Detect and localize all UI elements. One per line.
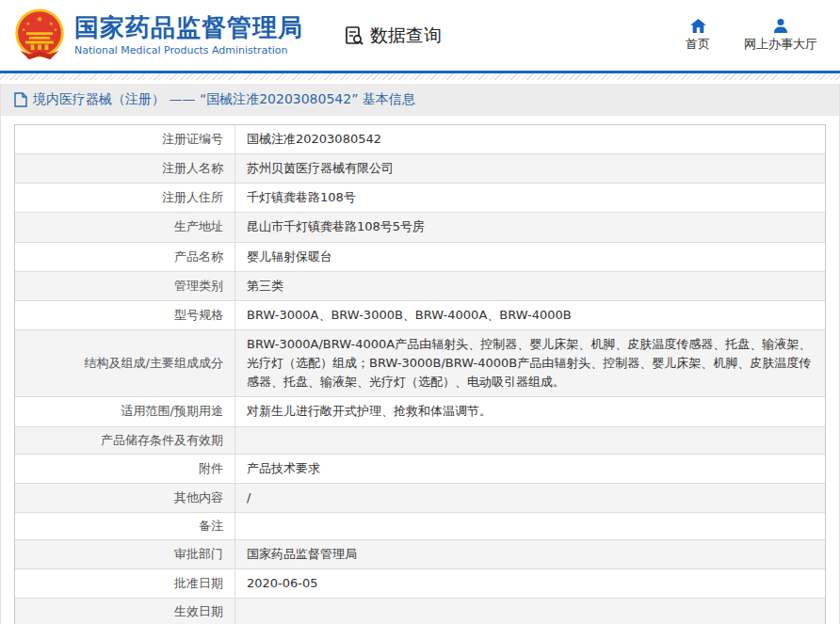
- svg-text:★: ★: [54, 27, 57, 32]
- table-row: 备注: [15, 513, 825, 540]
- row-label: 适用范围/预期用途: [15, 397, 235, 425]
- header-divider-hatch: [0, 73, 840, 80]
- table-row: 注册证编号国械注准20203080542: [15, 125, 825, 154]
- row-label: 生效日期: [15, 599, 235, 624]
- row-value: [235, 599, 825, 624]
- svg-text:★: ★: [22, 27, 25, 32]
- page: ★ ★ ★ ★ ★ 国家药品监督管理局 National Medical Pro…: [0, 0, 840, 624]
- row-label: 审批部门: [15, 540, 235, 568]
- table-row: 适用范围/预期用途对新生儿进行敞开式护理、抢救和体温调节。: [15, 397, 825, 426]
- row-value: BRW-3000A、BRW-3000B、BRW-4000A、BRW-4000B: [235, 301, 825, 329]
- breadcrumb: 境内医疗器械（注册） —— “国械注准20203080542” 基本信息: [1, 84, 839, 116]
- table-row: 生效日期: [15, 599, 825, 624]
- row-label: 批准日期: [15, 569, 235, 598]
- org-names: 国家药品监督管理局 National Medical Products Admi…: [74, 14, 303, 56]
- row-value: 产品技术要求: [235, 455, 825, 483]
- row-value: 苏州贝茵医疗器械有限公司: [235, 154, 825, 183]
- row-value: 国械注准20203080542: [235, 125, 825, 153]
- org-name-cn: 国家药品监督管理局: [74, 14, 303, 42]
- table-row: 生产地址昆山市千灯镇龚巷路108号5号房: [15, 213, 825, 242]
- row-value: 第三类: [235, 272, 825, 300]
- row-value: [235, 427, 825, 454]
- row-value: 2020-06-05: [235, 569, 825, 598]
- svg-text:★: ★: [49, 20, 54, 25]
- svg-text:★: ★: [36, 14, 43, 24]
- table-row: 附件产品技术要求: [15, 455, 825, 484]
- row-label: 产品名称: [15, 243, 235, 271]
- table-row: 型号规格BRW-3000A、BRW-3000B、BRW-4000A、BRW-40…: [15, 301, 825, 330]
- table-row: 产品储存条件及有效期: [15, 427, 825, 455]
- table-row: 注册人住所千灯镇龚巷路108号: [15, 184, 825, 213]
- row-label: 管理类别: [15, 272, 235, 300]
- nmpa-logo[interactable]: ★ ★ ★ ★ ★ 国家药品监督管理局 National Medical Pro…: [13, 8, 303, 63]
- table-row: 注册人名称苏州贝茵医疗器械有限公司: [15, 154, 825, 184]
- user-icon: [773, 19, 788, 33]
- table-row: 批准日期2020-06-05: [15, 569, 825, 599]
- table-row: 结构及组成/主要组成成分BRW-3000A/BRW-4000A产品由辐射头、控制…: [15, 330, 825, 397]
- header-nav: 首页 网上办事大厅: [686, 19, 827, 53]
- info-table: 注册证编号国械注准20203080542注册人名称苏州贝茵医疗器械有限公司注册人…: [14, 124, 826, 624]
- row-label: 注册人住所: [15, 184, 235, 212]
- data-query-tab[interactable]: 数据查询: [343, 24, 442, 48]
- row-label: 生产地址: [15, 213, 235, 241]
- row-label: 注册证编号: [15, 125, 235, 153]
- org-name-en: National Medical Products Administration: [74, 44, 303, 56]
- data-query-icon: [343, 24, 365, 47]
- row-value: /: [235, 484, 825, 512]
- row-label: 结构及组成/主要组成成分: [15, 330, 235, 396]
- svg-text:★: ★: [25, 20, 30, 25]
- nav-home[interactable]: 首页: [686, 19, 710, 53]
- site-header: ★ ★ ★ ★ ★ 国家药品监督管理局 National Medical Pro…: [0, 0, 840, 71]
- row-label: 其他内容: [15, 484, 235, 512]
- row-value: BRW-3000A/BRW-4000A产品由辐射头、控制器、婴儿床架、机脚、皮肤…: [235, 330, 825, 396]
- row-value: 千灯镇龚巷路108号: [235, 184, 825, 212]
- table-row: 管理类别第三类: [15, 272, 825, 301]
- home-icon: [690, 19, 706, 33]
- row-value: 国家药品监督管理局: [235, 540, 825, 568]
- nav-service-hall-label: 网上办事大厅: [744, 36, 817, 53]
- nav-home-label: 首页: [686, 36, 710, 53]
- table-row: 审批部门国家药品监督管理局: [15, 540, 825, 569]
- row-label: 型号规格: [15, 301, 235, 329]
- table-row: 其他内容/: [15, 484, 825, 513]
- row-value: 昆山市千灯镇龚巷路108号5号房: [235, 213, 825, 241]
- row-label: 备注: [15, 513, 235, 539]
- row-label: 附件: [15, 455, 235, 483]
- row-label: 产品储存条件及有效期: [15, 427, 235, 454]
- content-area: 境内医疗器械（注册） —— “国械注准20203080542” 基本信息 注册证…: [0, 84, 840, 624]
- nav-service-hall[interactable]: 网上办事大厅: [744, 19, 817, 53]
- national-emblem-icon: ★ ★ ★ ★ ★: [13, 8, 66, 63]
- document-icon: [14, 92, 27, 107]
- row-value: [235, 513, 825, 539]
- table-row: 产品名称婴儿辐射保暖台: [15, 243, 825, 272]
- row-value: 对新生儿进行敞开式护理、抢救和体温调节。: [235, 397, 825, 425]
- data-query-label: 数据查询: [370, 24, 442, 48]
- row-label: 注册人名称: [15, 154, 235, 183]
- breadcrumb-text: 境内医疗器械（注册） —— “国械注准20203080542” 基本信息: [33, 91, 415, 108]
- row-value: 婴儿辐射保暖台: [235, 243, 825, 271]
